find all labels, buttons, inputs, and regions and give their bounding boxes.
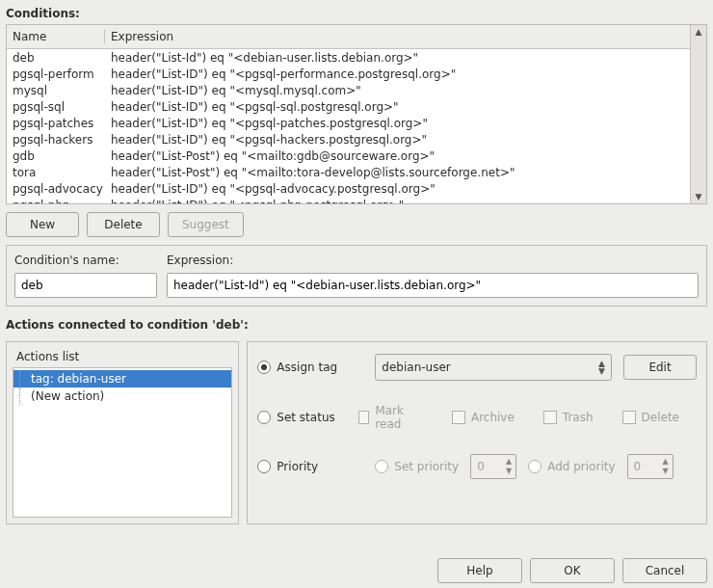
- help-button[interactable]: Help: [437, 558, 522, 583]
- checkbox-icon: [543, 411, 557, 424]
- add-priority-radio: Add priority: [528, 460, 615, 473]
- cell-expression: header("List-Id") eq "<debian-user.lists…: [105, 51, 690, 65]
- cell-name: pgsql-hackers: [7, 133, 105, 147]
- suggest-button: Suggest: [168, 212, 244, 237]
- delete-button[interactable]: Delete: [87, 212, 160, 237]
- scroll-down-icon[interactable]: ▼: [691, 190, 706, 203]
- actions-list-panel: Actions list tag: debian-user(New action…: [6, 341, 239, 524]
- table-row[interactable]: pgsql-sqlheader("List-ID") eq "<pgsql-sq…: [7, 98, 690, 115]
- assign-tag-row: Assign tag debian-user ▲▼ Edit: [257, 354, 697, 381]
- conditions-scrollbar[interactable]: ▲ ▼: [690, 25, 706, 203]
- set-status-row: Set status Mark read Archive Trash: [257, 404, 697, 431]
- add-priority-spin: 0 ▲▼: [627, 454, 673, 479]
- checkbox-icon: [358, 411, 370, 424]
- col-name[interactable]: Name: [7, 30, 105, 43]
- mark-read-checkbox: Mark read: [358, 404, 423, 431]
- actions-title: Actions connected to condition 'deb':: [6, 318, 707, 332]
- actions-list-title: Actions list: [13, 348, 232, 367]
- trash-checkbox: Trash: [543, 411, 594, 424]
- actions-tree[interactable]: tag: debian-user(New action): [13, 367, 232, 518]
- cell-expression: header("List-ID") eq "<pgsql-advocacy.po…: [105, 182, 690, 196]
- combo-spinner-icon: ▲▼: [598, 360, 605, 375]
- table-row[interactable]: debheader("List-Id") eq "<debian-user.li…: [7, 49, 690, 66]
- condition-name-input[interactable]: [14, 273, 157, 298]
- assign-tag-radio[interactable]: Assign tag: [257, 361, 363, 374]
- cell-expression: header("List-ID") eq "<pgsql-performance…: [105, 67, 690, 81]
- table-row[interactable]: mysqlheader("List-ID") eq "<mysql.mysql.…: [7, 82, 690, 98]
- cell-expression: header("List-ID") eq "<pgsql-patches.pos…: [105, 117, 690, 130]
- delete-checkbox: Delete: [622, 411, 679, 424]
- list-item[interactable]: tag: debian-user: [13, 370, 231, 388]
- tag-combo[interactable]: debian-user ▲▼: [375, 354, 612, 381]
- table-row[interactable]: pgsql-patchesheader("List-ID") eq "<pgsq…: [7, 115, 690, 131]
- cell-expression: header("List-Post") eq "<mailto:gdb@sour…: [105, 149, 690, 163]
- checkbox-icon: [452, 411, 465, 424]
- conditions-table-header: Name Expression: [7, 25, 690, 49]
- cell-expression: header("List-ID") eq "<pgsql-sql.postgre…: [105, 100, 690, 114]
- scroll-up-icon[interactable]: ▲: [691, 25, 706, 39]
- condition-expr-input[interactable]: [167, 273, 699, 298]
- priority-row: Priority Set priority 0 ▲▼ Add priority: [257, 454, 697, 479]
- cell-name: pgsql-sql: [7, 100, 105, 114]
- table-row[interactable]: toraheader("List-Post") eq "<mailto:tora…: [7, 164, 690, 180]
- table-row[interactable]: pgsql-advocacyheader("List-ID") eq "<pgs…: [7, 180, 690, 197]
- set-priority-spin: 0 ▲▼: [470, 454, 516, 479]
- col-expression[interactable]: Expression: [105, 30, 690, 43]
- cell-name: pgsql-perform: [7, 67, 105, 81]
- set-status-radio[interactable]: Set status: [257, 411, 346, 424]
- cell-expression: header("List-ID") eq "<mysql.mysql.com>": [105, 84, 690, 97]
- priority-radio[interactable]: Priority: [257, 460, 363, 473]
- condition-editor: Condition's name: Expression:: [6, 245, 707, 307]
- table-row[interactable]: gdbheader("List-Post") eq "<mailto:gdb@s…: [7, 147, 690, 164]
- action-config-panel: Assign tag debian-user ▲▼ Edit Set statu…: [247, 341, 707, 524]
- edit-tag-button[interactable]: Edit: [623, 355, 697, 380]
- radio-unchecked-icon: [375, 460, 388, 473]
- cell-name: deb: [7, 51, 105, 65]
- table-row[interactable]: pgsql-phpheader("List-ID") eq "<pgsql-ph…: [7, 197, 690, 203]
- condition-name-label: Condition's name:: [14, 254, 157, 267]
- checkbox-icon: [622, 411, 636, 424]
- cell-expression: header("List-ID") eq "<pgsql-hackers.pos…: [105, 133, 690, 147]
- cancel-button[interactable]: Cancel: [622, 558, 707, 583]
- cell-name: pgsql-patches: [7, 117, 105, 130]
- cell-name: gdb: [7, 149, 105, 163]
- tag-combo-value: debian-user: [382, 361, 450, 374]
- new-button[interactable]: New: [6, 212, 79, 237]
- conditions-table[interactable]: Name Expression debheader("List-Id") eq …: [6, 24, 707, 204]
- cell-expression: header("List-Post") eq "<mailto:tora-dev…: [105, 166, 690, 179]
- cell-name: mysql: [7, 84, 105, 97]
- cell-name: tora: [7, 166, 105, 179]
- radio-unchecked-icon: [257, 460, 271, 473]
- archive-checkbox: Archive: [452, 411, 515, 424]
- radio-checked-icon: [257, 361, 271, 374]
- conditions-title: Conditions:: [6, 7, 707, 20]
- cell-name: pgsql-advocacy: [7, 182, 105, 196]
- radio-unchecked-icon: [257, 411, 271, 424]
- cell-expression: header("List-ID") eq "<pgsql-php.postgre…: [105, 199, 690, 204]
- table-row[interactable]: pgsql-hackersheader("List-ID") eq "<pgsq…: [7, 131, 690, 147]
- radio-unchecked-icon: [528, 460, 541, 473]
- condition-expr-label: Expression:: [167, 254, 699, 267]
- list-item[interactable]: (New action): [13, 388, 231, 405]
- set-priority-radio: Set priority: [375, 460, 459, 473]
- table-row[interactable]: pgsql-performheader("List-ID") eq "<pgsq…: [7, 66, 690, 82]
- ok-button[interactable]: OK: [530, 558, 615, 583]
- cell-name: pgsql-php: [7, 199, 105, 204]
